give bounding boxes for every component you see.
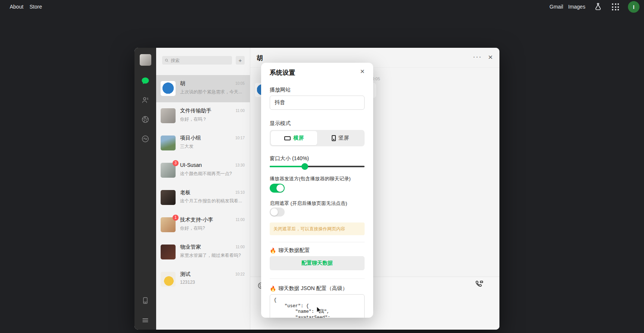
chat-avatar xyxy=(161,108,176,123)
divider xyxy=(270,242,365,242)
chat-time: 11:00 xyxy=(236,218,245,222)
chat-preview: 你好，在吗？ xyxy=(180,116,245,122)
sender-label: 播放器发送方(包含播放器的聊天记录) xyxy=(270,175,351,182)
nav-rail xyxy=(134,48,156,330)
window-size-label: 窗口大小 (140%) xyxy=(270,155,309,162)
chat-preview: 家里水管漏了，能过来看看吗? xyxy=(180,252,245,259)
display-mode-segmented: 横屏 竖屏 xyxy=(270,130,365,146)
chat-config-label-text: 聊天数据配置 xyxy=(278,247,310,254)
fire-icon: 🔥 xyxy=(270,248,276,253)
landscape-option[interactable]: 横屏 xyxy=(271,131,317,145)
mobile-icon[interactable] xyxy=(141,296,150,305)
window-size-fill xyxy=(270,166,305,167)
chat-name: 物业管家 xyxy=(180,244,201,250)
chat-list-item[interactable]: 测试 10:22 123123 xyxy=(156,266,250,293)
mask-label: 启用遮罩 (开启后播放页面无法点击) xyxy=(270,200,347,207)
mask-toggle[interactable] xyxy=(270,208,285,217)
search-box[interactable] xyxy=(162,56,232,65)
chat-time: 10:05 xyxy=(235,81,245,85)
chat-avatar xyxy=(161,272,176,287)
chat-list-item[interactable]: 胡 10:05 上次说的那个紧急需求，今天... xyxy=(156,75,250,102)
window-close-icon[interactable]: × xyxy=(486,53,495,62)
chat-name: 测试 xyxy=(180,271,191,278)
landscape-label: 横屏 xyxy=(293,135,304,141)
channels-tab-icon[interactable] xyxy=(141,134,150,143)
chats-tab-icon[interactable] xyxy=(141,77,150,85)
json-config-label: 🔥 聊天数据 JSON 配置（高级） xyxy=(270,285,348,292)
chat-time: 10:17 xyxy=(235,136,245,140)
store-link[interactable]: Store xyxy=(30,4,42,10)
account-avatar[interactable]: I xyxy=(628,1,640,13)
contacts-tab-icon[interactable] xyxy=(141,96,150,105)
labs-flask-icon[interactable] xyxy=(594,2,603,11)
chat-time: 13:30 xyxy=(235,163,245,167)
divider xyxy=(270,278,365,279)
chat-list-panel: + 胡 10:05 上次说的那个紧急需求，今天... 文件传输助手 11:00 … xyxy=(156,48,250,330)
mask-warning-banner: 关闭遮罩后，可以直接操作网页内容 xyxy=(270,222,365,235)
chat-time: 10:22 xyxy=(235,272,245,276)
chat-time: 15:10 xyxy=(235,190,245,194)
my-avatar[interactable] xyxy=(140,54,151,66)
wechat-window: + 胡 10:05 上次说的那个紧急需求，今天... 文件传输助手 11:00 … xyxy=(134,48,499,330)
gmail-link[interactable]: Gmail xyxy=(549,4,563,10)
portrait-label: 竖屏 xyxy=(338,135,349,141)
search-icon xyxy=(165,58,169,63)
site-input[interactable] xyxy=(270,96,365,110)
chat-avatar xyxy=(161,81,176,96)
settings-modal: 系统设置 × 播放网站 显示模式 横屏 竖屏 窗口大小 (140%) 播放器发送… xyxy=(261,63,373,318)
unread-badge: 3 xyxy=(173,160,179,166)
chat-preview: 这个月工作报告的初稿发我看... xyxy=(180,198,245,204)
browser-topbar: About Store Gmail Images I xyxy=(0,0,644,14)
chat-name: 老板 xyxy=(180,189,191,196)
landscape-icon xyxy=(284,136,291,140)
chat-name: 项目小组 xyxy=(180,135,201,141)
chat-name: 文件传输助手 xyxy=(180,108,211,114)
chat-list: 胡 10:05 上次说的那个紧急需求，今天... 文件传输助手 11:00 你好… xyxy=(156,75,250,293)
sender-toggle[interactable] xyxy=(270,184,285,193)
chat-avatar xyxy=(161,190,176,205)
chat-list-item[interactable]: 老板 15:10 这个月工作报告的初稿发我看... xyxy=(156,184,250,211)
images-link[interactable]: Images xyxy=(568,4,585,10)
chat-name: 胡 xyxy=(180,80,185,87)
json-config-label-text: 聊天数据 JSON 配置（高级） xyxy=(278,285,347,292)
search-input[interactable] xyxy=(171,58,229,63)
chat-avatar xyxy=(161,136,176,150)
add-chat-button[interactable]: + xyxy=(236,56,245,65)
mouse-cursor xyxy=(316,306,322,316)
chat-preview: 你好，在吗? xyxy=(180,225,245,231)
configure-chat-data-button[interactable]: 配置聊天数据 xyxy=(270,256,365,270)
video-call-icon[interactable] xyxy=(474,279,484,289)
chat-preview: 这个颜色能不能再亮一点? xyxy=(180,171,245,177)
chat-preview: 上次说的那个紧急需求，今天... xyxy=(180,89,245,95)
chat-title: 胡 xyxy=(257,54,263,62)
window-size-thumb[interactable] xyxy=(301,163,308,170)
chat-config-label: 🔥 聊天数据配置 xyxy=(270,247,310,254)
window-size-slider[interactable] xyxy=(270,163,365,170)
chat-list-item[interactable]: 项目小组 10:17 三大发 xyxy=(156,130,250,157)
apps-grid-icon[interactable] xyxy=(612,3,620,11)
chat-list-item[interactable]: 文件传输助手 11:00 你好，在吗？ xyxy=(156,102,250,130)
chat-preview: 三大发 xyxy=(180,143,245,150)
chat-preview: 123123 xyxy=(180,280,245,285)
fire-icon: 🔥 xyxy=(270,286,276,292)
chat-time: 11:00 xyxy=(236,109,245,113)
about-link[interactable]: About xyxy=(10,4,24,10)
site-label: 播放网站 xyxy=(270,87,291,93)
chat-time: 11:00 xyxy=(236,245,245,249)
chat-list-item[interactable]: 物业管家 11:00 家里水管漏了，能过来看看吗? xyxy=(156,239,250,266)
chat-list-item[interactable]: 3 UI-Susan 13:30 这个颜色能不能再亮一点? xyxy=(156,157,250,184)
unread-badge: 1 xyxy=(173,215,179,221)
chat-avatar xyxy=(161,245,176,259)
portrait-icon xyxy=(332,135,336,141)
chat-name: UI-Susan xyxy=(180,162,202,168)
more-options-icon[interactable]: ··· xyxy=(473,53,482,61)
portrait-option[interactable]: 竖屏 xyxy=(317,131,363,145)
chat-name: 技术支持-小李 xyxy=(180,217,213,223)
chat-list-item[interactable]: 1 技术支持-小李 11:00 你好，在吗? xyxy=(156,211,250,239)
menu-hamburger-icon[interactable] xyxy=(141,316,150,325)
moments-tab-icon[interactable] xyxy=(141,115,150,124)
display-mode-label: 显示模式 xyxy=(270,120,291,127)
modal-close-icon[interactable]: × xyxy=(358,67,366,76)
modal-title: 系统设置 xyxy=(270,68,295,77)
